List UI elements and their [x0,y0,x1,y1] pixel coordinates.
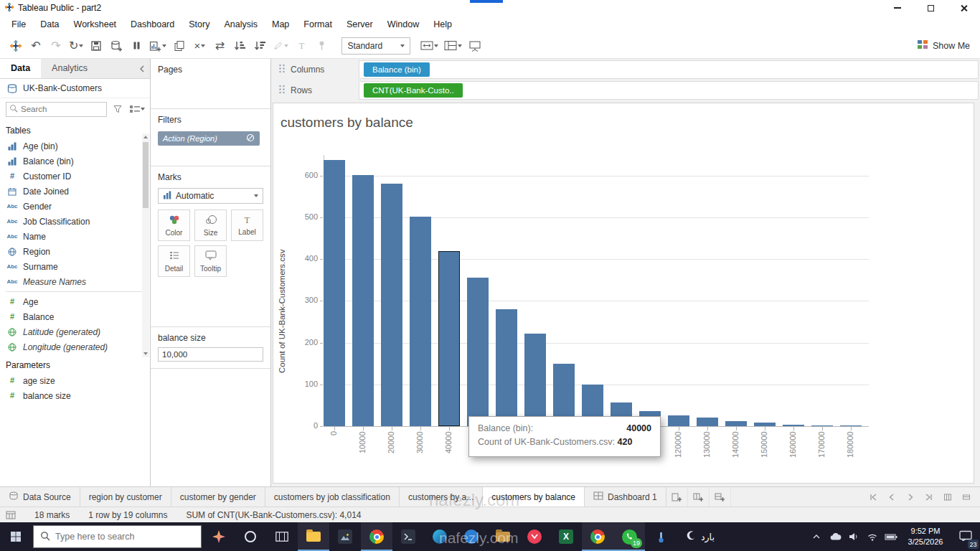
field-balance-bin[interactable]: Balance (bin) [0,154,150,169]
taskbar-search-input[interactable] [55,532,184,542]
fix-axes-icon[interactable] [313,37,330,55]
taskbar-search[interactable] [33,525,202,548]
marks-button-color[interactable]: Color [158,209,190,241]
bar-150000[interactable] [754,423,776,426]
fields-scrollbar[interactable] [142,133,149,357]
sheet-tab-customers-by-job-classification[interactable]: customers by job classification [265,487,400,507]
new-worksheet-button[interactable] [666,487,688,507]
menu-map[interactable]: Map [265,16,296,33]
files-app-icon[interactable] [487,522,519,551]
menu-worksheet[interactable]: Worksheet [67,16,124,33]
sheet-tab-dashboard-1[interactable]: Dashboard 1 [585,487,666,507]
maximize-button[interactable] [914,0,947,16]
notification-center-button[interactable]: 23 [951,522,980,551]
save-icon[interactable] [88,37,105,55]
copilot-icon[interactable] [203,522,235,551]
field-job-classification[interactable]: AbcJob Classification [0,214,150,229]
bar-130000[interactable] [697,418,718,426]
bar-70000[interactable] [524,334,546,426]
chrome-icon[interactable] [361,522,392,551]
new-dashboard-button[interactable] [688,487,710,507]
parameter-age-size[interactable]: #age size [0,373,150,388]
new-story-button[interactable] [710,487,731,507]
pages-card[interactable]: Pages [151,59,270,109]
field-customer-id[interactable]: #Customer ID [0,169,150,184]
filters-card[interactable]: Filters Action (Region) [151,109,270,166]
scrollbar-thumb[interactable] [143,142,149,208]
sheet-tab-data-source[interactable]: Data Source [0,487,80,507]
new-data-source-icon[interactable] [108,37,125,55]
bar-50000[interactable] [467,278,489,426]
close-button[interactable] [947,0,980,16]
onedrive-icon[interactable] [826,522,844,551]
datasource-item[interactable]: UK-Bank-Customers [0,79,150,98]
marks-button-label[interactable]: TLabel [231,209,263,241]
new-worksheet-icon[interactable] [148,37,168,55]
pocket-icon[interactable] [519,522,550,551]
mark-type-dropdown[interactable]: Automatic [158,188,263,204]
show-mark-labels-icon[interactable]: T [293,37,310,55]
scroll-up-icon[interactable] [143,136,148,138]
show-filmstrip-icon[interactable] [941,490,954,504]
tab-nav-first-icon[interactable] [867,490,880,504]
marks-button-size[interactable]: Size [194,209,227,241]
start-button[interactable] [0,522,32,551]
network-icon[interactable] [864,522,881,551]
console-icon[interactable] [392,522,424,551]
menu-story[interactable]: Story [182,16,217,33]
filter-pill[interactable]: Action (Region) [158,131,260,146]
sort-descending-icon[interactable] [251,37,268,55]
menu-format[interactable]: Format [296,16,339,33]
undo-icon[interactable]: ↶ [27,37,44,55]
photos-icon[interactable] [329,522,361,551]
pill-cnt-uk-bank-custo[interactable]: CNT(UK-Bank-Custo.. [364,83,463,98]
field-name[interactable]: AbcName [0,229,150,244]
bar-160000[interactable] [783,425,804,426]
menu-window[interactable]: Window [380,16,426,33]
menu-help[interactable]: Help [426,16,459,33]
field-gender[interactable]: AbcGender [0,199,150,214]
bar-170000[interactable] [811,425,833,426]
bar-20000[interactable] [381,184,402,426]
rows-shelf[interactable]: CNT(UK-Bank-Custo.. [359,81,979,100]
show-hide-cards-icon[interactable] [443,37,463,55]
tab-data[interactable]: Data [0,59,41,78]
menu-server[interactable]: Server [339,16,380,33]
fields-search-box[interactable] [6,102,107,117]
field-measure-names[interactable]: AbcMeasure Names [0,274,150,289]
task-view-icon[interactable] [266,522,298,551]
bar-30000[interactable] [410,217,431,426]
field-latitude-generated[interactable]: Latitude (generated) [0,324,150,339]
sort-ascending-icon[interactable] [231,37,248,55]
chrome-profile-2-icon[interactable] [582,522,613,551]
bar-140000[interactable] [725,421,747,426]
marks-button-tooltip[interactable]: Tooltip [194,245,227,277]
clear-sheet-icon[interactable]: × [191,37,208,55]
minimize-button[interactable] [881,0,914,16]
parameter-balance-size[interactable]: #balance size [0,388,150,403]
marks-button-detail[interactable]: Detail [158,245,190,277]
menu-dashboard[interactable]: Dashboard [123,16,182,33]
sheet-tab-customers-by-balance[interactable]: customers by balance [483,487,585,507]
weather-widget[interactable]: بارد [677,522,723,551]
field-longitude-generated[interactable]: Longitude (generated) [0,339,150,354]
menu-analysis[interactable]: Analysis [217,16,265,33]
field-age-bin[interactable]: Age (bin) [0,138,150,154]
blue-app-icon[interactable] [456,522,487,551]
tab-nav-next-icon[interactable] [904,490,917,504]
field-surname[interactable]: AbcSurname [0,259,150,274]
chevron-up-icon[interactable] [808,522,825,551]
tab-nav-prev-icon[interactable] [885,490,898,504]
sheet-tab-customer-by-gender[interactable]: customer by gender [171,487,265,507]
sheet-tab-region-by-customer[interactable]: region by customer [80,487,171,507]
collapse-panel-icon[interactable] [134,59,150,78]
bar-60000[interactable] [496,309,517,426]
tab-analytics[interactable]: Analytics [41,59,98,78]
scroll-down-icon[interactable] [143,352,148,355]
view-options-icon[interactable] [128,105,146,113]
highlight-icon[interactable] [271,37,290,55]
volume-icon[interactable] [845,522,862,551]
thermometer-icon[interactable] [645,522,677,551]
show-me-button[interactable]: Show Me [917,39,970,52]
tableau-logo-icon[interactable] [7,37,24,55]
